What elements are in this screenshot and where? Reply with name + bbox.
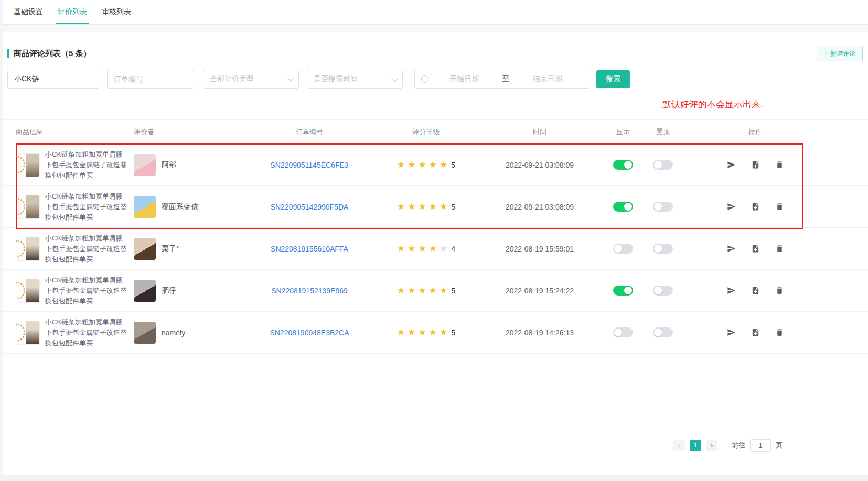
send-action-button[interactable] <box>727 286 736 295</box>
product-cell: 小CK链条加粗加宽单肩腋下包手提包金属链子改造替换包包配件单买 <box>16 149 134 181</box>
actions-cell <box>682 202 829 211</box>
date-range-picker[interactable]: 开始日期 至 结束日期 <box>414 70 590 89</box>
send-action-button[interactable] <box>727 160 736 169</box>
search-button[interactable]: 搜索 <box>596 70 630 88</box>
delete-icon <box>775 160 784 169</box>
delete-icon <box>775 202 784 211</box>
file-add-action-button[interactable] <box>751 160 760 169</box>
star-icon[interactable]: ★ <box>429 243 437 254</box>
visible-toggle[interactable] <box>613 286 633 296</box>
order-number-input[interactable] <box>107 70 194 89</box>
next-page-button[interactable]: › <box>706 440 717 451</box>
time-search-select[interactable]: 是否搜索时间 <box>307 70 403 89</box>
table-body: 小CK链条加粗加宽单肩腋下包手提包金属链子改造替换包包配件单买 阿部 SN220… <box>0 144 868 354</box>
star-icon[interactable]: ★ <box>397 243 405 254</box>
star-icon[interactable]: ★ <box>429 201 437 212</box>
order-number-link[interactable]: SN2209051145EC6FE3 <box>270 161 348 169</box>
star-icon[interactable]: ★ <box>408 159 415 170</box>
file-add-action-button[interactable] <box>751 202 760 211</box>
file-add-action-button[interactable] <box>751 328 760 337</box>
product-thumbnail <box>16 153 40 177</box>
star-icon[interactable]: ★ <box>397 327 405 338</box>
pinned-toggle[interactable] <box>653 286 673 296</box>
star-icon[interactable]: ★ <box>429 327 437 338</box>
pinned-cell <box>644 327 682 337</box>
panel-header: 商品评论列表（5 条） + 新增评论 <box>0 32 868 61</box>
review-type-select-value: 全部评价类型 <box>210 74 254 84</box>
file-add-icon <box>751 160 760 169</box>
star-icon[interactable]: ★ <box>440 159 447 170</box>
add-review-button[interactable]: + 新增评论 <box>817 46 863 61</box>
delete-action-button[interactable] <box>775 244 784 253</box>
star-icon[interactable]: ★ <box>418 201 426 212</box>
star-icon[interactable]: ★ <box>397 201 405 212</box>
delete-action-button[interactable] <box>775 202 784 211</box>
delete-action-button[interactable] <box>775 286 784 295</box>
visible-toggle[interactable] <box>613 244 633 254</box>
order-number-link[interactable]: SN220819155610AFFA <box>271 245 348 253</box>
chain-icon <box>16 156 25 173</box>
delete-action-button[interactable] <box>775 328 784 337</box>
order-number-link[interactable]: SN220905142990F5DA <box>271 203 349 211</box>
review-type-select[interactable]: 全部评价类型 <box>203 70 299 89</box>
star-icon[interactable]: ★ <box>408 201 415 212</box>
pinned-toggle[interactable] <box>653 327 673 337</box>
date-range-separator: 至 <box>500 74 512 84</box>
star-icon[interactable]: ★ <box>440 201 447 212</box>
star-icon[interactable]: ★ <box>418 159 426 170</box>
pinned-toggle[interactable] <box>653 160 673 170</box>
tab-audit-list[interactable]: 审核列表 <box>102 0 131 24</box>
delete-action-button[interactable] <box>775 160 784 169</box>
send-action-button[interactable] <box>727 328 736 337</box>
pinned-cell <box>644 286 682 296</box>
chain-icon <box>16 240 25 257</box>
star-icon[interactable]: ★ <box>397 159 405 170</box>
rating-value: 5 <box>451 329 455 337</box>
star-icon[interactable]: ★ <box>418 285 426 296</box>
actions-cell <box>682 328 829 337</box>
chain-icon <box>16 282 25 299</box>
order-number-link[interactable]: SN220819152139E969 <box>271 287 348 295</box>
star-icon[interactable]: ★ <box>429 159 437 170</box>
end-date-placeholder: 结束日期 <box>512 74 584 84</box>
file-add-action-button[interactable] <box>751 286 760 295</box>
goto-page-input[interactable] <box>750 439 771 452</box>
tab-review-list[interactable]: 评价列表 <box>58 0 87 24</box>
star-icon[interactable]: ★ <box>408 285 415 296</box>
product-cell: 小CK链条加粗加宽单肩腋下包手提包金属链子改造替换包包配件单买 <box>16 191 134 223</box>
rating-value: 5 <box>451 203 455 211</box>
star-icon[interactable]: ★ <box>440 243 447 254</box>
review-time: 2022-08-19 15:24:22 <box>477 287 602 295</box>
time-search-select-value: 是否搜索时间 <box>314 74 358 84</box>
order-cell: SN2209051145EC6FE3 <box>244 161 375 169</box>
tab-basic-settings[interactable]: 基础设置 <box>14 0 43 24</box>
star-icon[interactable]: ★ <box>397 285 405 296</box>
file-add-action-button[interactable] <box>751 244 760 253</box>
star-icon[interactable]: ★ <box>429 285 437 296</box>
product-cell: 小CK链条加粗加宽单肩腋下包手提包金属链子改造替换包包配件单买 <box>16 317 134 348</box>
star-icon[interactable]: ★ <box>418 327 426 338</box>
send-action-button[interactable] <box>727 202 736 211</box>
visible-toggle[interactable] <box>613 202 633 212</box>
order-number-link[interactable]: SN2208190948E3B2CA <box>270 329 349 337</box>
star-icon[interactable]: ★ <box>440 327 447 338</box>
prev-page-button[interactable]: ‹ <box>673 440 685 451</box>
table-row: 小CK链条加粗加宽单肩腋下包手提包金属链子改造替换包包配件单买 肥仔 SN220… <box>0 270 868 312</box>
star-icon[interactable]: ★ <box>440 285 447 296</box>
product-title: 小CK链条加粗加宽单肩腋下包手提包金属链子改造替换包包配件单买 <box>45 275 127 307</box>
product-photo <box>26 237 39 260</box>
send-action-button[interactable] <box>727 244 736 253</box>
pinned-toggle[interactable] <box>653 244 673 254</box>
star-icon[interactable]: ★ <box>418 243 426 254</box>
product-keyword-input[interactable] <box>7 70 99 89</box>
pinned-toggle[interactable] <box>653 202 673 212</box>
delete-icon <box>775 328 784 337</box>
chevron-down-icon <box>391 75 398 82</box>
visible-toggle[interactable] <box>613 327 633 337</box>
star-icon[interactable]: ★ <box>408 327 415 338</box>
current-page-button[interactable]: 1 <box>690 440 701 451</box>
delete-icon <box>775 286 784 295</box>
star-icon[interactable]: ★ <box>408 243 415 254</box>
start-date-placeholder: 开始日期 <box>428 74 500 84</box>
visible-toggle[interactable] <box>613 160 633 170</box>
